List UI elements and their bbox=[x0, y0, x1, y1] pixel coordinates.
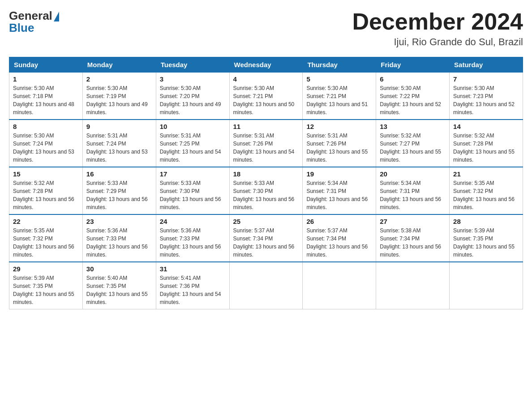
page-header: General Blue December 2024 Ijui, Rio Gra… bbox=[9, 9, 523, 48]
header-sunday: Sunday bbox=[9, 57, 83, 73]
day-info: Sunrise: 5:39 AM Sunset: 7:35 PM Dayligh… bbox=[13, 274, 79, 306]
day-cell: 1 Sunrise: 5:30 AM Sunset: 7:18 PM Dayli… bbox=[9, 73, 83, 120]
day-info: Sunrise: 5:30 AM Sunset: 7:22 PM Dayligh… bbox=[380, 84, 446, 116]
day-number: 27 bbox=[380, 218, 446, 225]
day-info: Sunrise: 5:32 AM Sunset: 7:28 PM Dayligh… bbox=[13, 179, 79, 211]
day-number: 22 bbox=[13, 218, 79, 225]
day-info: Sunrise: 5:36 AM Sunset: 7:33 PM Dayligh… bbox=[160, 227, 226, 259]
day-number: 24 bbox=[160, 218, 226, 225]
day-info: Sunrise: 5:30 AM Sunset: 7:20 PM Dayligh… bbox=[160, 84, 226, 116]
day-info: Sunrise: 5:37 AM Sunset: 7:34 PM Dayligh… bbox=[233, 227, 299, 259]
day-info: Sunrise: 5:40 AM Sunset: 7:35 PM Dayligh… bbox=[86, 274, 152, 306]
day-cell: 27 Sunrise: 5:38 AM Sunset: 7:34 PM Dayl… bbox=[376, 214, 450, 262]
day-number: 8 bbox=[13, 123, 79, 130]
day-info: Sunrise: 5:39 AM Sunset: 7:35 PM Dayligh… bbox=[453, 227, 519, 259]
day-cell: 26 Sunrise: 5:37 AM Sunset: 7:34 PM Dayl… bbox=[303, 214, 376, 262]
day-number: 12 bbox=[306, 123, 372, 130]
day-cell bbox=[450, 262, 523, 309]
day-info: Sunrise: 5:31 AM Sunset: 7:24 PM Dayligh… bbox=[86, 132, 152, 164]
day-cell: 19 Sunrise: 5:34 AM Sunset: 7:31 PM Dayl… bbox=[303, 167, 376, 214]
day-cell: 23 Sunrise: 5:36 AM Sunset: 7:33 PM Dayl… bbox=[82, 214, 156, 262]
day-number: 13 bbox=[380, 123, 446, 130]
day-info: Sunrise: 5:31 AM Sunset: 7:26 PM Dayligh… bbox=[233, 132, 299, 164]
day-cell: 29 Sunrise: 5:39 AM Sunset: 7:35 PM Dayl… bbox=[9, 262, 83, 309]
day-number: 21 bbox=[453, 170, 519, 178]
day-cell: 21 Sunrise: 5:35 AM Sunset: 7:32 PM Dayl… bbox=[450, 167, 523, 214]
day-cell: 25 Sunrise: 5:37 AM Sunset: 7:34 PM Dayl… bbox=[229, 214, 303, 262]
day-number: 9 bbox=[86, 123, 152, 130]
day-cell: 15 Sunrise: 5:32 AM Sunset: 7:28 PM Dayl… bbox=[9, 167, 83, 214]
day-info: Sunrise: 5:36 AM Sunset: 7:33 PM Dayligh… bbox=[86, 227, 152, 259]
day-info: Sunrise: 5:32 AM Sunset: 7:28 PM Dayligh… bbox=[453, 132, 519, 164]
header-row: SundayMondayTuesdayWednesdayThursdayFrid… bbox=[9, 57, 523, 73]
logo: General Blue bbox=[9, 9, 59, 35]
day-cell: 8 Sunrise: 5:30 AM Sunset: 7:24 PM Dayli… bbox=[9, 120, 83, 167]
day-cell: 28 Sunrise: 5:39 AM Sunset: 7:35 PM Dayl… bbox=[450, 214, 523, 262]
month-title: December 2024 bbox=[352, 9, 523, 34]
day-info: Sunrise: 5:41 AM Sunset: 7:36 PM Dayligh… bbox=[160, 274, 226, 306]
day-info: Sunrise: 5:35 AM Sunset: 7:32 PM Dayligh… bbox=[13, 227, 79, 259]
day-number: 29 bbox=[13, 265, 79, 273]
day-cell bbox=[376, 262, 450, 309]
week-row-2: 8 Sunrise: 5:30 AM Sunset: 7:24 PM Dayli… bbox=[9, 120, 523, 167]
day-number: 17 bbox=[160, 170, 226, 178]
day-info: Sunrise: 5:32 AM Sunset: 7:27 PM Dayligh… bbox=[380, 132, 446, 164]
day-number: 5 bbox=[306, 75, 372, 83]
day-cell: 31 Sunrise: 5:41 AM Sunset: 7:36 PM Dayl… bbox=[156, 262, 229, 309]
day-info: Sunrise: 5:31 AM Sunset: 7:26 PM Dayligh… bbox=[306, 132, 372, 164]
calendar-table: SundayMondayTuesdayWednesdayThursdayFrid… bbox=[9, 57, 523, 309]
day-cell: 22 Sunrise: 5:35 AM Sunset: 7:32 PM Dayl… bbox=[9, 214, 83, 262]
day-cell: 14 Sunrise: 5:32 AM Sunset: 7:28 PM Dayl… bbox=[450, 120, 523, 167]
header-friday: Friday bbox=[376, 57, 450, 73]
day-info: Sunrise: 5:33 AM Sunset: 7:30 PM Dayligh… bbox=[233, 179, 299, 211]
day-cell: 7 Sunrise: 5:30 AM Sunset: 7:23 PM Dayli… bbox=[450, 73, 523, 120]
day-cell: 4 Sunrise: 5:30 AM Sunset: 7:21 PM Dayli… bbox=[229, 73, 303, 120]
day-number: 2 bbox=[86, 75, 152, 83]
header-saturday: Saturday bbox=[450, 57, 523, 73]
day-cell: 2 Sunrise: 5:30 AM Sunset: 7:19 PM Dayli… bbox=[82, 73, 156, 120]
day-number: 7 bbox=[453, 75, 519, 83]
day-cell bbox=[303, 262, 376, 309]
day-cell: 24 Sunrise: 5:36 AM Sunset: 7:33 PM Dayl… bbox=[156, 214, 229, 262]
day-number: 31 bbox=[160, 265, 226, 273]
day-cell: 5 Sunrise: 5:30 AM Sunset: 7:21 PM Dayli… bbox=[303, 73, 376, 120]
day-number: 26 bbox=[306, 218, 372, 225]
day-info: Sunrise: 5:30 AM Sunset: 7:18 PM Dayligh… bbox=[13, 84, 79, 116]
day-number: 18 bbox=[233, 170, 299, 178]
day-cell: 3 Sunrise: 5:30 AM Sunset: 7:20 PM Dayli… bbox=[156, 73, 229, 120]
location-title: Ijui, Rio Grande do Sul, Brazil bbox=[352, 36, 523, 48]
day-info: Sunrise: 5:30 AM Sunset: 7:23 PM Dayligh… bbox=[453, 84, 519, 116]
day-number: 6 bbox=[380, 75, 446, 83]
week-row-1: 1 Sunrise: 5:30 AM Sunset: 7:18 PM Dayli… bbox=[9, 73, 523, 120]
day-number: 16 bbox=[86, 170, 152, 178]
title-area: December 2024 Ijui, Rio Grande do Sul, B… bbox=[352, 9, 523, 48]
day-number: 14 bbox=[453, 123, 519, 130]
day-number: 11 bbox=[233, 123, 299, 130]
day-number: 10 bbox=[160, 123, 226, 130]
logo-triangle-icon bbox=[54, 12, 59, 21]
day-cell: 6 Sunrise: 5:30 AM Sunset: 7:22 PM Dayli… bbox=[376, 73, 450, 120]
header-monday: Monday bbox=[82, 57, 156, 73]
day-info: Sunrise: 5:33 AM Sunset: 7:29 PM Dayligh… bbox=[86, 179, 152, 211]
day-cell: 30 Sunrise: 5:40 AM Sunset: 7:35 PM Dayl… bbox=[82, 262, 156, 309]
day-number: 3 bbox=[160, 75, 226, 83]
day-cell: 17 Sunrise: 5:33 AM Sunset: 7:30 PM Dayl… bbox=[156, 167, 229, 214]
day-cell: 20 Sunrise: 5:34 AM Sunset: 7:31 PM Dayl… bbox=[376, 167, 450, 214]
day-info: Sunrise: 5:31 AM Sunset: 7:25 PM Dayligh… bbox=[160, 132, 226, 164]
day-info: Sunrise: 5:37 AM Sunset: 7:34 PM Dayligh… bbox=[306, 227, 372, 259]
week-row-4: 22 Sunrise: 5:35 AM Sunset: 7:32 PM Dayl… bbox=[9, 214, 523, 262]
day-info: Sunrise: 5:34 AM Sunset: 7:31 PM Dayligh… bbox=[380, 179, 446, 211]
day-info: Sunrise: 5:38 AM Sunset: 7:34 PM Dayligh… bbox=[380, 227, 446, 259]
day-number: 20 bbox=[380, 170, 446, 178]
day-cell: 11 Sunrise: 5:31 AM Sunset: 7:26 PM Dayl… bbox=[229, 120, 303, 167]
day-number: 19 bbox=[306, 170, 372, 178]
day-cell: 10 Sunrise: 5:31 AM Sunset: 7:25 PM Dayl… bbox=[156, 120, 229, 167]
day-cell: 12 Sunrise: 5:31 AM Sunset: 7:26 PM Dayl… bbox=[303, 120, 376, 167]
day-info: Sunrise: 5:30 AM Sunset: 7:21 PM Dayligh… bbox=[306, 84, 372, 116]
day-cell: 9 Sunrise: 5:31 AM Sunset: 7:24 PM Dayli… bbox=[82, 120, 156, 167]
logo-blue-text: Blue bbox=[9, 21, 34, 35]
week-row-3: 15 Sunrise: 5:32 AM Sunset: 7:28 PM Dayl… bbox=[9, 167, 523, 214]
day-cell bbox=[229, 262, 303, 309]
day-number: 4 bbox=[233, 75, 299, 83]
day-number: 25 bbox=[233, 218, 299, 225]
